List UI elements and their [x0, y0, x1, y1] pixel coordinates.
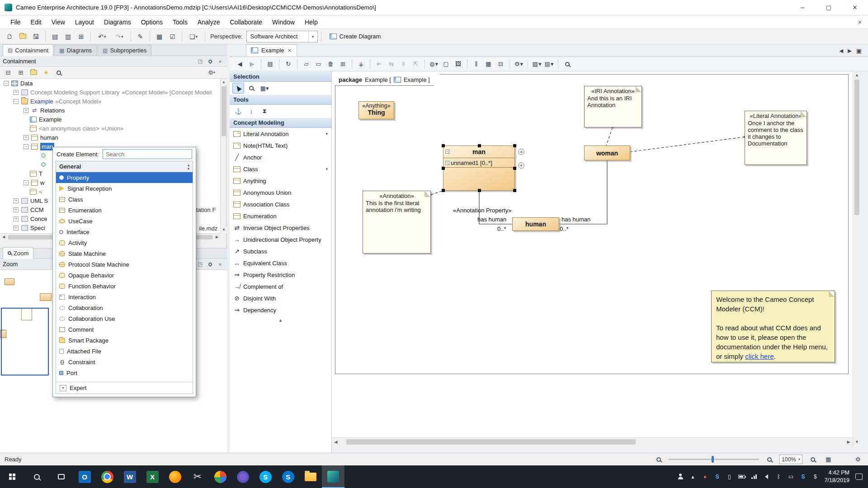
expand-icon[interactable]: +	[14, 198, 19, 203]
tab-zoom[interactable]: Zoom	[3, 247, 33, 259]
print-preview-button[interactable]: ▥	[62, 30, 74, 42]
containment-options-gear-icon[interactable]: ⚙▾	[206, 68, 217, 78]
smart-manipulator-plus-icon[interactable]: +	[518, 149, 524, 155]
association-role-label[interactable]: has human	[561, 216, 590, 223]
chevron-down-icon[interactable]: ▾	[326, 131, 328, 136]
diagram-options-gear-icon[interactable]: ⚙▾	[513, 58, 524, 70]
tree-item-relations[interactable]: +⇄Relations	[0, 106, 221, 115]
float-panel-icon[interactable]: ◳	[196, 58, 204, 65]
association-multiplicity-label[interactable]: 0..*	[497, 225, 506, 232]
menu-collaborate[interactable]: Collaborate	[225, 15, 267, 28]
class-human[interactable]: human	[512, 217, 559, 231]
scroll-right-icon[interactable]: ▶	[213, 234, 221, 241]
maximize-button[interactable]: ▢	[816, 0, 842, 15]
nav-forward-icon[interactable]: ▶	[246, 58, 258, 70]
tray-display-icon[interactable]: ▭	[788, 474, 794, 480]
zoom-slider[interactable]	[669, 459, 759, 460]
taskbar-word[interactable]: W	[118, 465, 141, 488]
task-view-button[interactable]	[49, 465, 73, 488]
selection-handle[interactable]	[442, 144, 445, 147]
literal-annotation-note[interactable]: «Literal Annotation» Once I anchor the c…	[745, 111, 807, 165]
create-item-class[interactable]: Class	[56, 194, 193, 205]
previous-tab-icon[interactable]: ◀	[840, 48, 843, 54]
paste-icon[interactable]: ▭	[313, 58, 324, 70]
create-item-collaboration[interactable]: Collaboration	[56, 302, 193, 313]
expand-icon[interactable]: +	[24, 135, 28, 140]
smart-manipulator-plus-icon[interactable]: +	[518, 162, 524, 169]
undo-button[interactable]: ↶▾	[94, 30, 110, 42]
create-item-function-behavior[interactable]: Function Behavior	[56, 281, 193, 291]
expand-icon[interactable]: +	[14, 207, 19, 212]
float-panel-icon[interactable]: ◳	[196, 261, 204, 268]
next-tab-icon[interactable]: ▶	[848, 48, 851, 54]
palette-item-equivalent-class[interactable]: ↔Equivalent Class	[230, 257, 331, 269]
scroll-right-icon[interactable]: ▶	[844, 440, 853, 444]
close-button[interactable]: ✕	[842, 0, 868, 15]
menu-options[interactable]: Options	[136, 15, 168, 28]
menu-analyze[interactable]: Analyze	[193, 15, 225, 28]
create-item-port[interactable]: Port	[56, 367, 193, 378]
taskbar-chrome[interactable]	[96, 465, 118, 488]
selection-handle[interactable]	[478, 189, 481, 192]
menu-help[interactable]: Help	[300, 15, 323, 28]
tray-hidden-icons-chevron[interactable]: ▴	[689, 474, 696, 480]
minimize-button[interactable]: ─	[789, 0, 816, 15]
expand-icon[interactable]: +	[14, 225, 19, 230]
start-button[interactable]	[0, 465, 24, 488]
expand-icon[interactable]: +	[24, 108, 28, 113]
zoom-tool-button[interactable]	[245, 83, 257, 94]
create-item-interaction[interactable]: Interaction	[56, 291, 193, 302]
tab-subproperties[interactable]: ▧Subproperties	[98, 45, 151, 56]
palette-item-note-html[interactable]: Note(HTML Text)	[230, 140, 331, 151]
menu-tools[interactable]: Tools	[168, 15, 193, 28]
status-settings-icon[interactable]: ⚙	[852, 454, 863, 465]
diagram-canvas[interactable]: package Example [ Example ] «Anything» T…	[332, 71, 853, 437]
tree-item-anonymous-class[interactable]: <an anonymous class>«Union»	[0, 124, 221, 133]
zoom-in-icon[interactable]	[764, 454, 775, 465]
swimlane-icon[interactable]: ⫼	[471, 58, 482, 70]
expand-all-icon[interactable]: ⊞	[15, 68, 26, 78]
expand-icon[interactable]: +	[14, 90, 19, 95]
canvas-vertical-scrollbar[interactable]: ▲ ▼	[853, 71, 860, 446]
create-item-property[interactable]: Property	[56, 172, 193, 183]
create-item-constraint[interactable]: {}Constraint	[56, 357, 193, 367]
create-item-attached-file[interactable]: Attached File	[56, 346, 193, 357]
palette-item-subclass[interactable]: ↗Subclass	[230, 245, 331, 257]
create-diagram-button[interactable]: Create Diagram	[325, 30, 386, 43]
annotation-note[interactable]: «Annotation» This is the first literal a…	[363, 191, 431, 253]
palette-item-dependency[interactable]: ⇝Dependency	[230, 304, 331, 316]
create-item-collaboration-use[interactable]: Collaboration Use	[56, 313, 193, 324]
tree-item-human[interactable]: +human	[0, 133, 221, 142]
palette-item-unidirectional-object-property[interactable]: →Unidirectional Object Property	[230, 234, 331, 245]
note-tool-icon[interactable]: ▢	[440, 58, 452, 70]
tab-containment[interactable]: ▤Containment	[3, 44, 53, 56]
palette-item-association-class[interactable]: Association Class	[230, 198, 331, 210]
taskbar-snipping-tool[interactable]: ✂	[186, 465, 209, 488]
resize-icon[interactable]: ⇳	[398, 58, 409, 70]
anchor-tool-button[interactable]: ⚓	[232, 106, 244, 117]
palette-item-disjoint-with[interactable]: ⊘Disjoint With	[230, 292, 331, 304]
class-man[interactable]: − man − unnamed1 [0..*] + +	[443, 145, 515, 191]
palette-item-class[interactable]: Class▾	[230, 163, 331, 175]
select-in-containment-icon[interactable]: ▤	[264, 58, 276, 70]
taskbar-photos[interactable]	[231, 465, 254, 488]
show-hide-icon[interactable]: ⊟	[495, 58, 506, 70]
tree-item-example-diagram[interactable]: Example	[0, 115, 221, 124]
separator-tool-button[interactable]: ↕	[245, 106, 257, 117]
selection-handle[interactable]	[442, 189, 445, 192]
click-here-link[interactable]: click here	[745, 352, 774, 360]
scrollbar-thumb[interactable]	[346, 439, 636, 445]
association-stereotype-label[interactable]: «Annotation Property»	[453, 207, 506, 214]
palette-item-complement-of[interactable]: ↛Complement of	[230, 281, 331, 292]
palette-item-anchor[interactable]: ╱Anchor	[230, 151, 331, 163]
print-button[interactable]: ▤	[49, 30, 61, 42]
collapse-compartment-icon[interactable]: −	[445, 161, 449, 165]
tray-people-icon[interactable]	[677, 474, 684, 479]
collapse-icon[interactable]: −	[14, 99, 19, 104]
scrollbar-thumb[interactable]	[222, 86, 226, 136]
scroll-down-icon[interactable]: ▼	[221, 226, 227, 233]
tree-vertical-scrollbar[interactable]: ▲ ▼	[220, 79, 226, 233]
scrollbar-thumb[interactable]	[854, 80, 859, 215]
tray-bluetooth-icon[interactable]: ᛒ	[775, 474, 782, 480]
association-multiplicity-label[interactable]: 0..*	[560, 225, 569, 232]
